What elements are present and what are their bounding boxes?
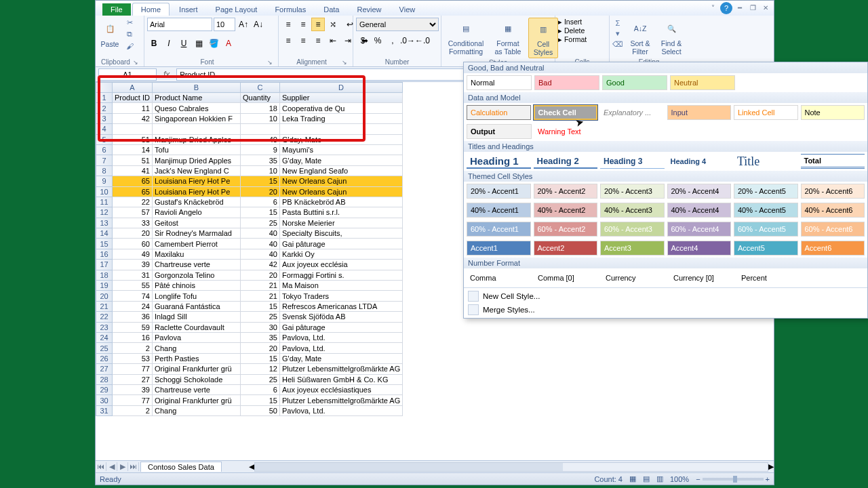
view-pagebreak-icon[interactable]: ▥	[656, 474, 663, 483]
cell[interactable]: Pâté chinois	[152, 281, 240, 291]
underline-button[interactable]: U	[177, 37, 191, 50]
cell[interactable]: Pasta Buttini s.r.l.	[279, 207, 402, 218]
cell[interactable]: Pavlova, Ltd.	[279, 332, 402, 342]
cell[interactable]: Karkki Oy	[279, 249, 402, 259]
cell[interactable]: 40	[240, 134, 279, 144]
cell[interactable]: Gai pâturage	[279, 239, 402, 249]
cell[interactable]: 25	[240, 312, 279, 322]
border-button[interactable]: ▦	[192, 37, 205, 50]
cell[interactable]: New Orleans Cajun	[279, 186, 402, 197]
sheet-next-icon[interactable]: ▶	[117, 462, 128, 471]
style-a20-4[interactable]: 20% - Accent4	[667, 184, 732, 199]
cell[interactable]: Jack's New England C	[152, 165, 240, 176]
increase-font-icon[interactable]: A↑	[237, 18, 250, 31]
cell[interactable]: 36	[113, 312, 153, 322]
cell[interactable]: 20	[240, 186, 279, 197]
sheet-tab[interactable]: Contoso Sales Data	[140, 462, 222, 472]
cell[interactable]: 33	[113, 218, 153, 228]
cell[interactable]: Product Name	[152, 93, 240, 103]
col-header[interactable]: D	[279, 83, 402, 93]
row-header[interactable]: 18	[96, 270, 113, 280]
style-good[interactable]: Good	[602, 75, 667, 90]
align-right-icon[interactable]: ≡	[311, 34, 325, 47]
cell[interactable]: 22	[113, 197, 153, 207]
style-comma-0[interactable]: Comma [0]	[534, 270, 599, 285]
cell-styles-button[interactable]: ▥Cell Styles	[528, 18, 558, 58]
style-a60-1[interactable]: 60% - Accent1	[467, 222, 531, 237]
cell[interactable]: 15	[240, 176, 279, 186]
row-header[interactable]: 5	[96, 134, 113, 144]
cell[interactable]: 50	[240, 405, 279, 415]
style-warning-text[interactable]: Warning Text	[534, 124, 599, 139]
cell[interactable]: Raclette Courdavault	[152, 322, 240, 332]
row-header[interactable]: 12	[96, 207, 113, 218]
cell[interactable]: 6	[240, 384, 279, 394]
style-heading4[interactable]: Heading 4	[667, 154, 732, 169]
cell[interactable]: G'day, Mate	[279, 134, 402, 144]
cell[interactable]: Refrescos Americanas LTDA	[279, 301, 402, 311]
new-cell-style-button[interactable]: New Cell Style...	[468, 291, 863, 302]
style-ac-6[interactable]: Accent6	[801, 241, 865, 256]
tab-view[interactable]: View	[391, 3, 424, 16]
number-format-select[interactable]: General	[356, 18, 439, 31]
cell[interactable]: 35	[240, 332, 279, 342]
row-header[interactable]: 28	[96, 374, 113, 384]
cell[interactable]: Norske Meierier	[279, 218, 402, 228]
paste-button[interactable]: 📋 Paste	[98, 18, 121, 49]
cell[interactable]: New Orleans Cajun	[279, 176, 402, 186]
style-check-cell[interactable]: Check Cell	[534, 105, 598, 120]
cell[interactable]: Supplier	[279, 93, 402, 103]
cell[interactable]: Guaraná Fantástica	[152, 301, 240, 311]
cell[interactable]: 9	[240, 144, 279, 155]
align-middle-icon[interactable]: ≡	[296, 18, 310, 31]
cell[interactable]: 15	[240, 301, 279, 311]
style-input[interactable]: Input	[667, 105, 732, 120]
fx-icon[interactable]: fx	[159, 70, 174, 79]
window-restore-icon[interactable]: ❐	[747, 3, 758, 13]
tab-pagelayout[interactable]: Page Layout	[208, 3, 266, 16]
cell[interactable]: 39	[113, 260, 153, 270]
row-header[interactable]: 17	[96, 260, 113, 270]
cell[interactable]: Pavlova	[152, 332, 240, 342]
cell[interactable]: Gai pâturage	[279, 322, 402, 332]
cell[interactable]: Ma Maison	[279, 281, 402, 291]
decrease-indent-icon[interactable]: ⇤	[326, 34, 340, 47]
align-bottom-icon[interactable]: ≡	[311, 18, 325, 31]
row-header[interactable]: 9	[96, 176, 113, 186]
sheet-prev-icon[interactable]: ◀	[106, 462, 117, 471]
cell[interactable]: 53	[113, 353, 153, 363]
style-a20-1[interactable]: 20% - Accent1	[467, 184, 531, 199]
row-header[interactable]: 16	[96, 249, 113, 259]
cell[interactable]: Inlagd Sill	[152, 312, 240, 322]
sheet-first-icon[interactable]: ⏮	[96, 462, 106, 471]
increase-decimal-icon[interactable]: .0→	[401, 34, 414, 47]
cell[interactable]: 59	[113, 322, 153, 332]
tab-formulas[interactable]: Formulas	[267, 3, 314, 16]
row-header[interactable]: 7	[96, 155, 113, 165]
comma-icon[interactable]: ,	[386, 34, 399, 47]
cell[interactable]: 15	[240, 207, 279, 218]
cell[interactable]	[113, 124, 153, 134]
row-header[interactable]: 11	[96, 197, 113, 207]
view-layout-icon[interactable]: ▤	[643, 474, 650, 483]
col-header[interactable]	[96, 83, 113, 93]
row-header[interactable]: 22	[96, 312, 113, 322]
style-normal[interactable]: Normal	[467, 75, 532, 90]
cell[interactable]: 6	[240, 197, 279, 207]
find-select-button[interactable]: 🔍Find & Select	[657, 18, 686, 57]
row-header[interactable]: 20	[96, 291, 113, 301]
cell[interactable]: Singaporean Hokkien F	[152, 113, 240, 123]
tab-data[interactable]: Data	[315, 3, 347, 16]
style-currency-0[interactable]: Currency [0]	[670, 270, 735, 285]
cell[interactable]: Product ID	[113, 93, 153, 103]
cell[interactable]: 51	[113, 155, 153, 165]
cell[interactable]: Heli Süßwaren GmbH & Co. KG	[279, 374, 402, 384]
cell[interactable]: 77	[113, 364, 153, 374]
ribbon-minimize-icon[interactable]: ˅	[707, 3, 718, 13]
cell[interactable]: Pavlova, Ltd.	[279, 343, 402, 353]
row-header[interactable]: 8	[96, 165, 113, 176]
cell[interactable]: G'day, Mate	[279, 353, 402, 363]
cell[interactable]: 30	[240, 322, 279, 332]
row-header[interactable]: 31	[96, 405, 113, 415]
zoom-slider[interactable]: −+	[696, 475, 770, 483]
